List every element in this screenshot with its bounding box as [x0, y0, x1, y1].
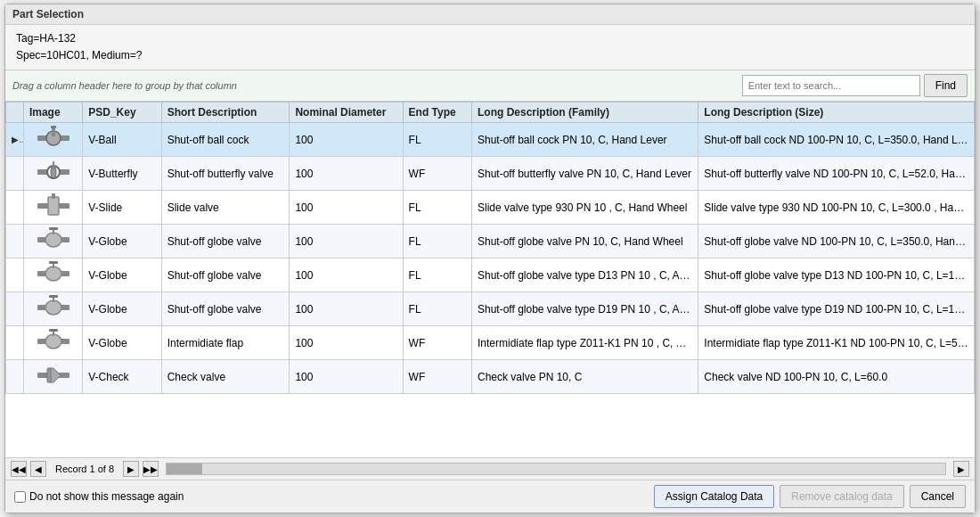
- end-type-cell: WF: [403, 326, 471, 360]
- toolbar: Drag a column header here to group by th…: [5, 70, 975, 102]
- nav-prev-button[interactable]: ◀: [30, 461, 46, 477]
- svg-marker-34: [50, 368, 61, 382]
- row-indicator: [6, 326, 24, 360]
- end-type-cell: WF: [403, 157, 471, 191]
- dont-show-label[interactable]: Do not show this message again: [14, 490, 184, 503]
- row-indicator: [6, 292, 24, 326]
- table-row[interactable]: V-Slide Slide valve 100 FL Slide valve t…: [6, 191, 975, 225]
- valve-image: [23, 360, 82, 394]
- table-row[interactable]: V-Globe Intermidiate flap 100 WF Intermi…: [6, 326, 975, 360]
- table-row[interactable]: ▶ V-Ball Shut-off ball cock 100 FL Shut-…: [6, 123, 975, 157]
- svg-rect-12: [52, 193, 55, 199]
- psd-key-cell: V-Check: [83, 360, 161, 394]
- psd-key-cell: V-Globe: [83, 292, 161, 326]
- end-type-cell: WF: [403, 360, 471, 394]
- dont-show-checkbox[interactable]: [14, 491, 26, 503]
- nav-first-button[interactable]: ◀◀: [11, 461, 27, 477]
- end-type-cell: FL: [403, 191, 471, 225]
- table-row[interactable]: V-Globe Shut-off globe valve 100 FL Shut…: [6, 258, 975, 292]
- part-selection-dialog: Part Selection Tag=HA-132 Spec=10HC01, M…: [4, 4, 976, 513]
- horizontal-scrollbar[interactable]: [166, 463, 946, 475]
- svg-rect-8: [53, 161, 54, 170]
- row-indicator: ▶: [6, 123, 24, 157]
- svg-rect-27: [49, 295, 58, 298]
- info-bar: Tag=HA-132 Spec=10HC01, Medium=?: [5, 25, 975, 70]
- table-row[interactable]: V-Globe Shut-off globe valve 100 FL Shut…: [6, 225, 975, 258]
- end-type-cell: FL: [403, 292, 471, 326]
- row-indicator: [6, 225, 24, 258]
- valve-image: [23, 326, 82, 360]
- svg-point-25: [45, 300, 61, 315]
- valve-image: [23, 258, 82, 292]
- assign-catalog-button[interactable]: Assign Catalog Data: [654, 485, 774, 508]
- nav-next-button[interactable]: ▶: [123, 461, 139, 477]
- valve-image: [23, 225, 82, 258]
- valve-image: [23, 191, 82, 225]
- long-family-cell: Shut-off butterfly valve PN 10, C, Hand …: [472, 157, 698, 191]
- spec-label: Spec=10HC01, Medium=?: [16, 47, 964, 64]
- svg-rect-22: [49, 261, 58, 264]
- col-nominal: Nominal Diameter: [290, 103, 403, 123]
- long-size-cell: Shut-off globe valve type D13 ND 100-PN …: [698, 258, 975, 292]
- long-size-cell: Shut-off globe valve type D19 ND 100-PN …: [698, 292, 975, 326]
- long-family-cell: Slide valve type 930 PN 10 , C, Hand Whe…: [472, 191, 698, 225]
- nominal-diameter-cell: 100: [290, 225, 403, 258]
- col-end-type: End Type: [403, 103, 471, 123]
- table-row[interactable]: V-Butterfly Shut-off butterfly valve 100…: [6, 157, 975, 191]
- col-short-desc: Short Description: [161, 103, 290, 123]
- dialog-title: Part Selection: [5, 4, 975, 25]
- parts-table: Image PSD_Key Short Description Nominal …: [5, 102, 975, 394]
- long-family-cell: Shut-off globe valve PN 10, C, Hand Whee…: [472, 225, 698, 258]
- psd-key-cell: V-Ball: [83, 123, 161, 157]
- nominal-diameter-cell: 100: [290, 157, 403, 191]
- search-area: Find: [742, 74, 968, 97]
- long-size-cell: Check valve ND 100-PN 10, C, L=60.0: [698, 360, 975, 394]
- row-indicator: [6, 191, 24, 225]
- col-image: Image: [23, 103, 82, 123]
- footer-left: Do not show this message again: [14, 490, 184, 503]
- psd-key-cell: V-Butterfly: [83, 157, 161, 191]
- remove-catalog-button[interactable]: Remove catalog data: [780, 485, 903, 508]
- table-row[interactable]: V-Globe Shut-off globe valve 100 FL Shut…: [6, 292, 975, 326]
- svg-rect-11: [48, 197, 59, 215]
- scroll-right-button[interactable]: ▶: [953, 461, 969, 477]
- svg-rect-32: [49, 329, 58, 332]
- table-container: Image PSD_Key Short Description Nominal …: [5, 102, 975, 457]
- search-input[interactable]: [742, 75, 920, 96]
- row-indicator: [6, 360, 24, 394]
- long-size-cell: Shut-off globe valve ND 100-PN 10, C, L=…: [698, 225, 975, 258]
- col-long-family: Long Description (Family): [472, 103, 698, 123]
- short-desc-cell: Shut-off globe valve: [161, 225, 290, 258]
- psd-key-cell: V-Globe: [83, 258, 161, 292]
- nominal-diameter-cell: 100: [290, 360, 403, 394]
- nominal-diameter-cell: 100: [290, 292, 403, 326]
- long-family-cell: Intermidiate flap type Z011-K1 PN 10 , C…: [472, 326, 698, 360]
- drag-hint: Drag a column header here to group by th…: [12, 80, 237, 91]
- col-indicator: [6, 103, 24, 123]
- record-text: Record 1 of 8: [55, 464, 114, 474]
- svg-rect-3: [51, 126, 56, 128]
- nav-last-button[interactable]: ▶▶: [143, 461, 159, 477]
- short-desc-cell: Check valve: [161, 360, 290, 394]
- table-row[interactable]: V-Check Check valve 100 WF Check valve P…: [6, 360, 975, 394]
- col-long-size: Long Description (Size): [698, 103, 975, 123]
- long-size-cell: Slide valve type 930 ND 100-PN 10, C, L=…: [698, 191, 975, 225]
- nominal-diameter-cell: 100: [290, 191, 403, 225]
- footer-bar: Do not show this message again Assign Ca…: [5, 480, 975, 513]
- end-type-cell: FL: [403, 258, 471, 292]
- cancel-button[interactable]: Cancel: [910, 485, 966, 508]
- long-family-cell: Shut-off ball cock PN 10, C, Hand Lever: [472, 123, 698, 157]
- row-indicator: [6, 258, 24, 292]
- svg-point-15: [45, 233, 61, 247]
- long-family-cell: Check valve PN 10, C: [472, 360, 698, 394]
- svg-rect-35: [47, 368, 51, 382]
- row-indicator: [6, 157, 24, 191]
- svg-rect-17: [49, 227, 58, 230]
- psd-key-cell: V-Globe: [83, 225, 161, 258]
- valve-image: [23, 157, 82, 191]
- col-psd-key: PSD_Key: [83, 103, 161, 123]
- find-button[interactable]: Find: [924, 74, 968, 97]
- svg-point-20: [45, 267, 61, 281]
- short-desc-cell: Slide valve: [161, 191, 290, 225]
- footer-buttons: Assign Catalog Data Remove catalog data …: [654, 485, 966, 508]
